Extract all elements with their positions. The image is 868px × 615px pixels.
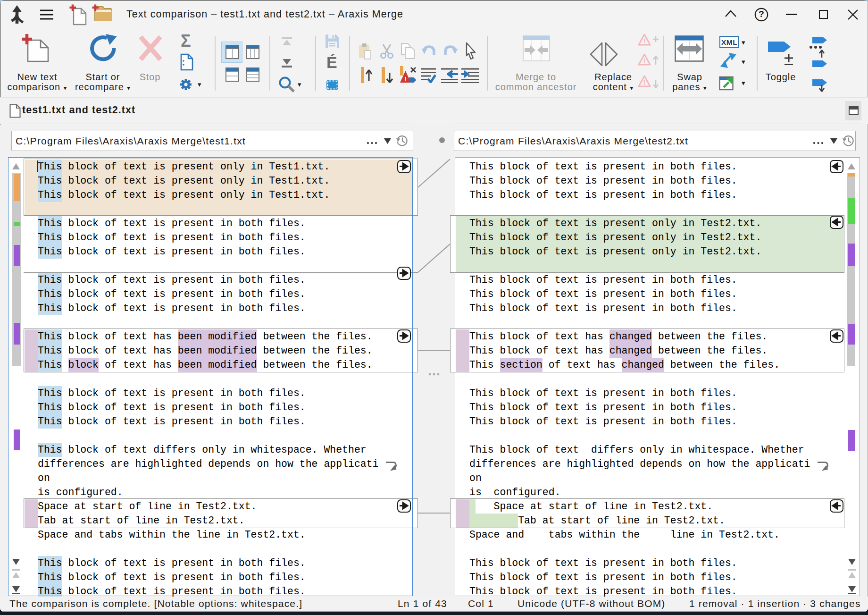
svg-text:!: ! bbox=[643, 57, 646, 65]
svg-text:!: ! bbox=[405, 76, 407, 83]
svg-text:XML: XML bbox=[721, 38, 737, 46]
svg-text:!: ! bbox=[643, 79, 646, 86]
svg-text:!: ! bbox=[643, 37, 646, 45]
